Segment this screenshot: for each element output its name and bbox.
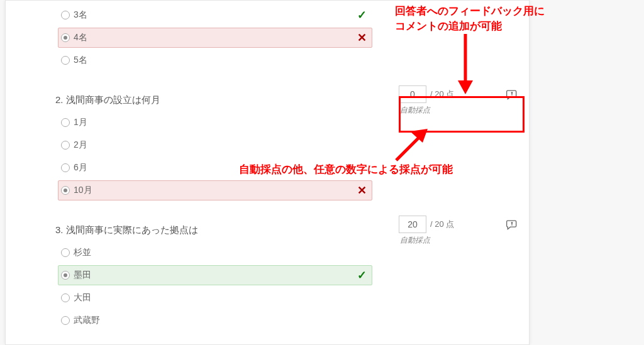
- radio-icon: [61, 248, 70, 257]
- q3-autograde-label: 自動採点: [400, 235, 518, 246]
- q3-score-max: / 20 点: [430, 219, 454, 230]
- option-label: 杉並: [74, 247, 91, 258]
- option-label: 2月: [74, 140, 87, 151]
- radio-icon: [61, 118, 70, 127]
- q2-autograde-label: 自動採点: [400, 105, 518, 116]
- option-label: 1月: [74, 117, 87, 128]
- q2-option-2[interactable]: 2月: [58, 135, 372, 155]
- svg-point-0: [511, 92, 513, 94]
- q3-option-3[interactable]: 大田: [58, 288, 372, 308]
- radio-icon: [61, 316, 70, 325]
- radio-icon: [61, 163, 70, 172]
- q2-option-1[interactable]: 1月: [58, 112, 372, 133]
- feedback-icon[interactable]: [506, 88, 518, 101]
- radio-icon: [61, 11, 70, 19]
- option-label: 大田: [74, 292, 91, 304]
- q1-option-3[interactable]: 3名: [58, 5, 372, 25]
- q1-option-5[interactable]: 5名: [58, 50, 372, 70]
- radio-icon: [61, 141, 70, 150]
- option-label: 6月: [74, 162, 87, 173]
- radio-icon: [61, 186, 70, 195]
- option-label: 3名: [74, 9, 87, 21]
- radio-icon: [61, 293, 70, 302]
- q2-option-3[interactable]: 6月: [58, 158, 372, 178]
- q2-option-4[interactable]: 10月: [58, 180, 372, 200]
- option-label: 武蔵野: [74, 315, 100, 326]
- q3-option-1[interactable]: 杉並: [58, 243, 372, 263]
- svg-point-1: [511, 222, 513, 224]
- option-label: 5名: [74, 55, 87, 66]
- q3-option-4[interactable]: 武蔵野: [58, 310, 372, 331]
- q3-option-2[interactable]: 墨田: [58, 265, 372, 285]
- feedback-icon[interactable]: [506, 218, 518, 231]
- radio-icon: [61, 271, 70, 280]
- q2-score-max: / 20 点: [430, 89, 454, 100]
- radio-icon: [61, 33, 70, 42]
- option-label: 墨田: [74, 270, 91, 281]
- radio-icon: [61, 56, 70, 65]
- option-label: 10月: [74, 185, 92, 196]
- q2-score-input[interactable]: [399, 85, 426, 103]
- q1-option-4[interactable]: 4名: [58, 28, 372, 48]
- option-label: 4名: [74, 32, 87, 43]
- q3-score-input[interactable]: [399, 216, 426, 233]
